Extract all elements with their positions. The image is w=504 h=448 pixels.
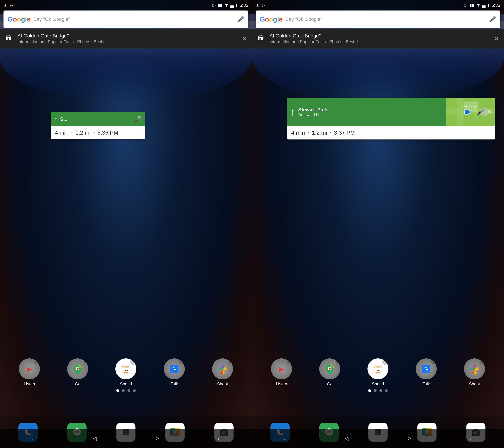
- notif-close-left[interactable]: ✕: [241, 34, 248, 43]
- notif-title-left: At Golden Gate Bridge?: [18, 33, 241, 39]
- app-talk-label-right: Talk: [423, 382, 430, 386]
- app-talk-label-left: Talk: [170, 382, 178, 386]
- nav-home-back-right[interactable]: ◁: [344, 435, 349, 442]
- app-shoot-right[interactable]: Shoot: [464, 358, 485, 386]
- app-row-left: ▶ Listen Go: [0, 358, 252, 386]
- location-icon-right: ◎: [262, 3, 265, 7]
- dot-3-left: [133, 389, 136, 392]
- wifi-icon-right: ▼: [476, 3, 481, 8]
- app-spend-label-right: Spend: [372, 382, 384, 386]
- nav-up-arrow-left: ↑: [54, 115, 58, 124]
- nav-mic-left[interactable]: 🎤: [134, 116, 142, 123]
- app-go-label-right: Go: [327, 382, 332, 386]
- app-row-right: ▶ Listen Go: [252, 358, 504, 386]
- status-right-icons: ▷ ▮▮ ▼ ▄ ▮ 5:33: [212, 3, 248, 8]
- nav-back-right[interactable]: ⌄: [281, 435, 286, 442]
- search-bar-right[interactable]: Google Say "Ok Google" 🎤: [256, 11, 500, 28]
- notif-title-right: At Golden Gate Bridge?: [270, 33, 493, 39]
- svg-text:pay: pay: [376, 369, 380, 371]
- google-logo-left: Google: [8, 16, 31, 23]
- mic-icon-left[interactable]: 🎤: [237, 16, 244, 23]
- app-go-right[interactable]: Go: [319, 358, 340, 386]
- notif-subtitle-left: Information and Popular Facts · Photos ·…: [18, 39, 241, 44]
- svg-point-1: [77, 368, 79, 370]
- shoot-icon-right: [464, 358, 485, 379]
- app-shoot-label-right: Shoot: [469, 382, 480, 386]
- nav-street-left: S...: [60, 116, 68, 122]
- app-dock-left: ▶ Listen Go: [0, 358, 252, 395]
- nav-toward-right: Dr toward N...: [298, 113, 328, 117]
- nav-eta-right: 3:37 PM: [334, 130, 355, 136]
- time-left: 5:33: [239, 3, 248, 8]
- nav-back-left[interactable]: ⌄: [29, 435, 34, 442]
- app-shoot-label-left: Shoot: [217, 382, 228, 386]
- notif-building-icon-right: 🏛: [256, 33, 266, 44]
- spend-icon-right: amazon pay: [367, 358, 388, 379]
- nav-widget-left[interactable]: ↑ S... 🎤 4 min • 1.2 mi • 5:36 PM: [51, 112, 145, 139]
- app-spend-left[interactable]: amazon pay Spend: [115, 358, 136, 386]
- app-listen-left[interactable]: ▶ Listen: [19, 358, 40, 386]
- app-talk-left[interactable]: Talk: [164, 358, 185, 386]
- battery-icon-right: ▮: [487, 3, 490, 8]
- app-talk-right[interactable]: Talk: [416, 358, 437, 386]
- search-placeholder-right[interactable]: Say "Ok Google": [286, 17, 489, 22]
- app-listen-right[interactable]: ▶ Listen: [271, 358, 292, 386]
- notification-left[interactable]: 🏛 At Golden Gate Bridge? Information and…: [0, 29, 252, 48]
- nav-home-right[interactable]: ○: [407, 435, 411, 442]
- nav-home-back-left[interactable]: ◁: [92, 435, 97, 442]
- search-bar-left[interactable]: Google Say "Ok Google" 🎤: [3, 11, 248, 28]
- nav-bottom-right: 4 min • 1.2 mi • 3:37 PM: [287, 126, 495, 139]
- app-spend-label-left: Spend: [120, 382, 132, 386]
- app-listen-label-right: Listen: [276, 382, 287, 386]
- right-screen: ▲ ◎ ▷ ▮▮ ▼ ▄ ▮ 5:33 Google Say "Ok Googl…: [252, 0, 504, 448]
- svg-point-31: [464, 109, 470, 115]
- nav-eta-left: 5:36 PM: [97, 130, 118, 136]
- nav-recents-left[interactable]: ▭: [218, 435, 223, 442]
- nav-duration-left: 4 min: [55, 130, 69, 136]
- listen-icon-left: ▶: [19, 358, 40, 379]
- spend-icon-left: amazon pay: [115, 358, 136, 379]
- app-shoot-left[interactable]: Shoot: [212, 358, 233, 386]
- app-spend-right[interactable]: amazon pay Spend: [367, 358, 388, 386]
- nav-widget-top-left: ↑ S... 🎤: [51, 112, 145, 126]
- talk-icon-left: [164, 358, 185, 379]
- talk-icon-right: [416, 358, 437, 379]
- dot-0-left: [116, 389, 119, 392]
- status-right-right-icons: ▷ ▮▮ ▼ ▄ ▮ 5:33: [464, 3, 500, 8]
- svg-point-35: [329, 368, 331, 370]
- nav-close-right[interactable]: ✕: [487, 108, 492, 116]
- dot-0-right: [368, 389, 371, 392]
- app-dock-right: ▶ Listen Go: [252, 358, 504, 395]
- nav-up-arrow-right: ↑: [290, 106, 295, 118]
- notif-text-left: At Golden Gate Bridge? Information and P…: [18, 33, 241, 44]
- battery-icon: ▮: [235, 3, 238, 8]
- vibrate-icon: ▮▮: [217, 3, 222, 8]
- listen-icon-right: ▶: [271, 358, 292, 379]
- dot-3-right: [385, 389, 388, 392]
- svg-text:pay: pay: [124, 369, 128, 371]
- nav-home-left[interactable]: ○: [155, 435, 159, 442]
- signal-icon-right: ▄: [482, 3, 486, 8]
- notification-right[interactable]: 🏛 At Golden Gate Bridge? Information and…: [252, 29, 504, 48]
- nav-recents-right[interactable]: ▭: [470, 435, 475, 442]
- mic-icon-right[interactable]: 🎤: [489, 16, 496, 23]
- status-left-icons: ▲ ◎: [3, 3, 13, 7]
- status-right-left-icons: ▲ ◎: [256, 3, 265, 7]
- nav-widget-right[interactable]: ↑ Stewart Park Dr toward N... 🎤 ✕: [287, 98, 495, 139]
- location-icon: ◎: [9, 3, 13, 7]
- app-go-left[interactable]: Go: [67, 358, 88, 386]
- bluetooth-icon-right: ▷: [464, 3, 468, 8]
- notif-text-right: At Golden Gate Bridge? Information and P…: [270, 33, 493, 44]
- nav-street-name-right: Stewart Park: [298, 107, 328, 113]
- nav-up-icon-right: ▲: [256, 3, 259, 7]
- dot-1-left: [122, 389, 125, 392]
- app-listen-label-left: Listen: [24, 382, 35, 386]
- dot-2-right: [379, 389, 382, 392]
- dot-2-left: [127, 389, 130, 392]
- go-icon-right: [319, 358, 340, 379]
- page-dots-left: [0, 389, 252, 392]
- search-placeholder-left[interactable]: Say "Ok Google": [33, 17, 237, 22]
- bluetooth-icon: ▷: [212, 3, 216, 8]
- nav-mic-right[interactable]: 🎤: [476, 108, 484, 116]
- notif-close-right[interactable]: ✕: [493, 34, 500, 43]
